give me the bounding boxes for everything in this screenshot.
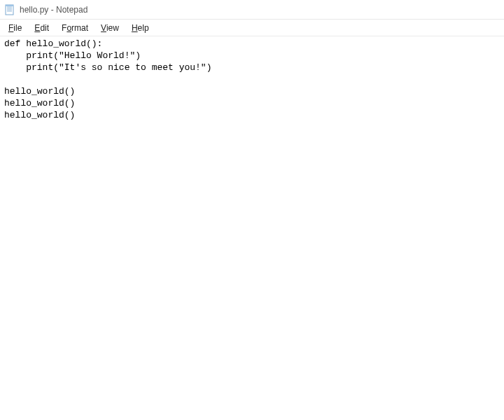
svg-rect-5 — [6, 5, 13, 6]
menu-file[interactable]: File — [3, 22, 27, 34]
window-title: hello.py - Notepad — [20, 5, 88, 15]
menu-file-label: F — [8, 23, 13, 33]
menubar: File Edit Format View Help — [0, 20, 504, 36]
notepad-icon — [4, 4, 15, 15]
menu-format[interactable]: Format — [56, 22, 94, 34]
menu-view[interactable]: View — [95, 22, 125, 34]
menu-format-label: o — [66, 23, 71, 33]
menu-edit-label: E — [34, 23, 40, 33]
menu-edit[interactable]: Edit — [29, 22, 55, 34]
text-editor[interactable]: def hello_world(): print("Hello World!")… — [0, 36, 504, 420]
menu-help-label: H — [132, 23, 138, 33]
menu-view-label: V — [101, 23, 106, 33]
titlebar: hello.py - Notepad — [0, 0, 504, 20]
menu-help[interactable]: Help — [126, 22, 155, 34]
